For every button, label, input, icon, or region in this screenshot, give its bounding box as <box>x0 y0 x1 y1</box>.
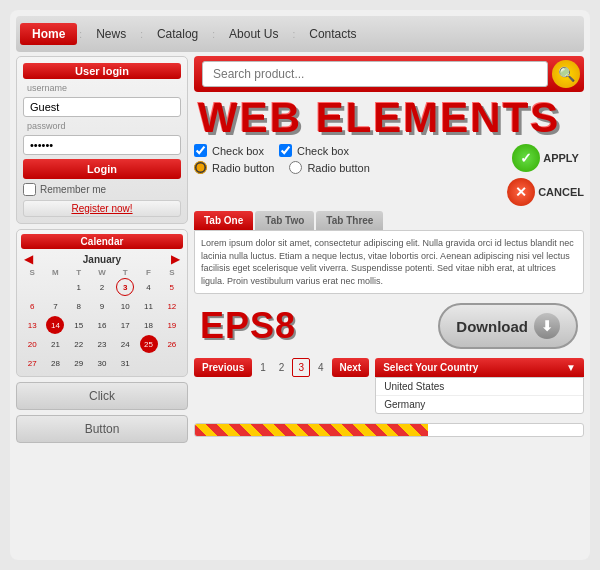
cal-day-10[interactable]: 10 <box>116 297 134 315</box>
cal-day-23[interactable]: 23 <box>93 335 111 353</box>
search-button[interactable]: 🔍 <box>552 60 580 88</box>
cal-prev-btn[interactable]: ◀ <box>21 252 36 266</box>
tab-two[interactable]: Tab Two <box>255 211 314 230</box>
cal-day-25[interactable]: 25 <box>140 335 158 353</box>
tab-headers: Tab One Tab Two Tab Three <box>194 211 584 230</box>
nav-news[interactable]: News <box>84 23 138 45</box>
cal-day-6[interactable]: 6 <box>23 297 41 315</box>
web-elements-title: WEB ELEMENTS <box>194 97 584 139</box>
cal-day-13[interactable]: 13 <box>23 316 41 334</box>
cal-day-28[interactable]: 28 <box>46 354 64 372</box>
cal-day-26[interactable]: 26 <box>163 335 181 353</box>
cal-next-btn[interactable]: ▶ <box>168 252 183 266</box>
cal-day-15[interactable]: 15 <box>70 316 88 334</box>
cal-day-today[interactable]: 3 <box>116 278 134 296</box>
password-input[interactable] <box>23 135 181 155</box>
remember-checkbox[interactable] <box>23 183 36 196</box>
radio-1[interactable] <box>194 161 207 174</box>
nav-home[interactable]: Home <box>20 23 77 45</box>
download-icon: ⬇ <box>534 313 560 339</box>
country-header[interactable]: Select Your Country ▼ <box>375 358 584 377</box>
cal-day-11[interactable]: 11 <box>140 297 158 315</box>
page-4[interactable]: 4 <box>313 359 329 376</box>
cal-day-24[interactable]: 24 <box>116 335 134 353</box>
cal-header-s2: S <box>161 268 183 277</box>
search-input[interactable] <box>202 61 548 87</box>
cal-day-16[interactable]: 16 <box>93 316 111 334</box>
calendar-box: Calendar ◀ January ▶ S M T W T F S <box>16 229 188 377</box>
pagination: Previous 1 2 3 4 Next <box>194 358 369 377</box>
country-us[interactable]: United States <box>376 378 583 396</box>
button-button[interactable]: Button <box>16 415 188 443</box>
prev-button[interactable]: Previous <box>194 358 252 377</box>
cal-day-8[interactable]: 8 <box>70 297 88 315</box>
cal-header-t1: T <box>68 268 90 277</box>
cal-day-3[interactable]: 2 <box>93 278 111 296</box>
click-button[interactable]: Click <box>16 382 188 410</box>
apply-button[interactable]: ✓ APPLY <box>512 144 579 172</box>
cal-day-19[interactable]: 19 <box>163 316 181 334</box>
tabs-section: Tab One Tab Two Tab Three Lorem ipsum do… <box>194 211 584 294</box>
next-button[interactable]: Next <box>332 358 370 377</box>
cal-day-5[interactable]: 5 <box>163 278 181 296</box>
page-2[interactable]: 2 <box>274 359 290 376</box>
checkbox-row-1: Check box Check box <box>194 144 501 157</box>
login-button[interactable]: Login <box>23 159 181 179</box>
cal-month: January <box>83 254 121 265</box>
tab-one[interactable]: Tab One <box>194 211 253 230</box>
cal-day-18[interactable]: 18 <box>140 316 158 334</box>
nav-catalog[interactable]: Catalog <box>145 23 210 45</box>
bottom-row: Previous 1 2 3 4 Next Select Your Countr… <box>194 358 584 414</box>
eps-row: EPS8 Download ⬇ <box>194 299 584 353</box>
download-button[interactable]: Download ⬇ <box>438 303 578 349</box>
nav-contacts[interactable]: Contacts <box>297 23 368 45</box>
cal-day-30[interactable]: 30 <box>93 354 111 372</box>
country-label: Select Your Country <box>383 362 478 373</box>
controls-form: Check box Check box Radio button Radio b… <box>194 144 584 206</box>
cal-day-31[interactable]: 31 <box>116 354 134 372</box>
progress-bar <box>194 423 584 437</box>
password-label: password <box>23 121 66 131</box>
cal-day-7[interactable]: 7 <box>46 297 64 315</box>
page-3[interactable]: 3 <box>292 358 310 377</box>
progress-fill <box>195 424 428 436</box>
cal-day-1[interactable] <box>46 278 64 296</box>
cal-day-21[interactable]: 21 <box>46 335 64 353</box>
radio-2[interactable] <box>289 161 302 174</box>
cal-day-9[interactable]: 9 <box>93 297 111 315</box>
cal-day-4[interactable]: 4 <box>140 278 158 296</box>
cal-day-29[interactable]: 29 <box>70 354 88 372</box>
cancel-button[interactable]: ✕ CANCEL <box>507 178 584 206</box>
cal-day-20[interactable]: 20 <box>23 335 41 353</box>
radio-2-label: Radio button <box>307 162 369 174</box>
register-link[interactable]: Register now! <box>23 200 181 217</box>
tab-content: Lorem ipsum dolor sit amet, consectetur … <box>194 230 584 294</box>
calendar-title: Calendar <box>21 234 183 249</box>
cal-header-s1: S <box>21 268 43 277</box>
cal-day-2[interactable]: 1 <box>70 278 88 296</box>
remember-label[interactable]: Remember me <box>23 183 106 196</box>
form-controls-left: Check box Check box Radio button Radio b… <box>194 144 501 206</box>
nav-sep-4: : <box>292 29 295 40</box>
cal-day-22[interactable]: 22 <box>70 335 88 353</box>
calendar-header: ◀ January ▶ <box>21 252 183 266</box>
country-de[interactable]: Germany <box>376 396 583 413</box>
nav-sep-2: : <box>140 29 143 40</box>
tab-three[interactable]: Tab Three <box>316 211 383 230</box>
page-1[interactable]: 1 <box>255 359 271 376</box>
nav-about[interactable]: About Us <box>217 23 290 45</box>
cal-header-f: F <box>137 268 159 277</box>
checkbox-1[interactable] <box>194 144 207 157</box>
search-icon: 🔍 <box>558 66 575 82</box>
cal-day-12[interactable]: 12 <box>163 297 181 315</box>
apply-label: APPLY <box>543 152 579 164</box>
username-label: username <box>23 83 67 93</box>
cal-day-17[interactable]: 17 <box>116 316 134 334</box>
radio-1-label: Radio button <box>212 162 274 174</box>
cal-day-14[interactable]: 14 <box>46 316 64 334</box>
cal-day-27[interactable]: 27 <box>23 354 41 372</box>
login-box: User login username password Login Remem… <box>16 56 188 224</box>
calendar-grid: S M T W T F S 1 2 3 4 5 6 <box>21 268 183 372</box>
username-input[interactable] <box>23 97 181 117</box>
checkbox-2[interactable] <box>279 144 292 157</box>
